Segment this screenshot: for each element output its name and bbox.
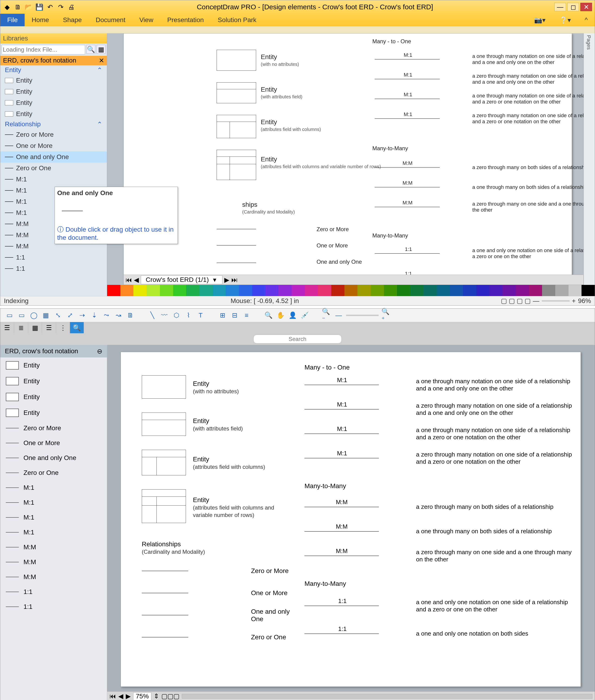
palette-swatch[interactable] (542, 285, 555, 296)
shape-one-and-only-one[interactable]: One and only One (0, 152, 107, 163)
shape-zero-or-one[interactable]: Zero or One (0, 465, 107, 480)
connector-4-icon[interactable]: ⇣ (89, 311, 99, 320)
oo-line-2[interactable] (305, 634, 379, 634)
rel-one-only-line[interactable] (217, 263, 256, 263)
tab-view[interactable]: View (132, 14, 160, 26)
shape-zero-or-one[interactable]: Zero or One (0, 163, 107, 174)
nav-prev-icon[interactable]: ◀ (118, 692, 123, 700)
library-view-icon[interactable]: ▦ (97, 45, 106, 54)
shape-11-b[interactable]: 1:1 (0, 263, 107, 274)
qat-open-icon[interactable]: 📂 (24, 3, 33, 11)
group-tool-icon[interactable]: ⊞ (218, 311, 227, 320)
shape-entity-1[interactable]: Entity (0, 75, 107, 86)
shape-zero-or-more[interactable]: Zero or More (0, 421, 107, 436)
rel-zero-or-more-line[interactable] (142, 571, 188, 571)
palette-swatch[interactable] (305, 285, 318, 296)
tab-menu-icon[interactable]: ☰ (42, 322, 56, 333)
maximize-button[interactable]: ◻ (567, 3, 579, 11)
zoom-slider[interactable] (542, 300, 570, 302)
palette-swatch[interactable] (107, 285, 120, 296)
shape-one-and-only-one[interactable]: One and only One (0, 451, 107, 465)
palette-swatch[interactable] (423, 285, 437, 296)
qat-new-icon[interactable]: 🗎 (14, 3, 22, 11)
entity-box-1[interactable] (142, 375, 186, 399)
palette-swatch[interactable] (397, 285, 410, 296)
view-mode-icons[interactable]: ▢ ▢ ▢ ▢ (501, 297, 530, 305)
palette-swatch[interactable] (331, 285, 344, 296)
palette-swatch[interactable] (134, 285, 147, 296)
ungroup-tool-icon[interactable]: ⊟ (230, 311, 239, 320)
palette-swatch[interactable] (529, 285, 542, 296)
tab-document[interactable]: Document (89, 14, 133, 26)
tab-grid-icon[interactable]: ▦ (28, 322, 42, 333)
nav-last-icon[interactable]: ⏭ (231, 276, 238, 284)
rel-zero-or-more-line[interactable] (217, 229, 256, 229)
entity-box-4[interactable] (142, 489, 186, 523)
shape-entity-2[interactable]: Entity (0, 373, 107, 389)
mm-line-2[interactable] (375, 187, 440, 187)
nav-prev-icon[interactable]: ◀ (134, 276, 139, 284)
entity-box-3[interactable] (217, 115, 256, 138)
zoom-slider[interactable] (346, 315, 378, 316)
ribbon-help-icon[interactable]: 📷▾ (527, 14, 552, 26)
palette-swatch[interactable] (318, 285, 331, 296)
shape-m1-a[interactable]: M:1 (0, 480, 107, 495)
shape-m1-c[interactable]: M:1 (0, 510, 107, 525)
shape-entity-1[interactable]: Entity (0, 357, 107, 373)
palette-swatch[interactable] (239, 285, 252, 296)
palette-swatch[interactable] (489, 285, 503, 296)
mm-line-3[interactable] (305, 556, 379, 556)
drawing-canvas[interactable]: Many - to - One Entity(with no attribute… (107, 33, 595, 296)
shape-entity-4[interactable]: Entity (0, 108, 107, 119)
palette-swatch[interactable] (555, 285, 568, 296)
qat-print-icon[interactable]: 🖨 (67, 3, 76, 11)
palette-swatch[interactable] (213, 285, 226, 296)
palette-swatch[interactable] (410, 285, 423, 296)
connector-5-icon[interactable]: ⤳ (102, 311, 111, 320)
shape-zero-or-more[interactable]: Zero or More (0, 129, 107, 140)
palette-swatch[interactable] (503, 285, 516, 296)
palette-swatch[interactable] (568, 285, 582, 296)
palette-swatch[interactable] (292, 285, 305, 296)
library-search-input[interactable] (2, 45, 85, 54)
document-page[interactable]: Many - to - One Entity(with no attribute… (121, 352, 581, 687)
zoom-value[interactable]: 75% (133, 692, 151, 700)
user-tool-icon[interactable]: 👤 (288, 311, 297, 320)
line-tool-icon[interactable]: ╲ (148, 311, 157, 320)
palette-swatch[interactable] (437, 285, 450, 296)
library-section-relationship[interactable]: Relationship⌃ (0, 119, 107, 129)
m1-line-1[interactable] (305, 385, 379, 385)
shape-11-a[interactable]: 1:1 (0, 585, 107, 599)
tab-libraries-icon[interactable]: ☰ (0, 322, 14, 333)
shape-mm-c[interactable]: M:M (0, 569, 107, 585)
shape-11-b[interactable]: 1:1 (0, 599, 107, 614)
mm-line-1[interactable] (305, 507, 379, 507)
eyedropper-icon[interactable]: 💉 (300, 311, 309, 320)
palette-swatch[interactable] (450, 285, 463, 296)
ribbon-collapse-icon[interactable]: ^ (578, 14, 595, 26)
m1-line-1[interactable] (375, 59, 440, 59)
minimize-button[interactable]: — (554, 3, 566, 11)
tab-layers-icon[interactable]: ≣ (14, 322, 28, 333)
palette-swatch[interactable] (358, 285, 371, 296)
shape-mm-a[interactable]: M:M (0, 540, 107, 555)
search-icon[interactable]: 🔍 (86, 45, 95, 54)
shape-m1-d[interactable]: M:1 (0, 525, 107, 540)
library-section-entity[interactable]: Entity⌃ (0, 65, 107, 75)
align-tool-icon[interactable]: ≡ (242, 311, 251, 320)
entity-box-2[interactable] (217, 82, 256, 103)
mm-line-2[interactable] (305, 531, 379, 532)
entity-box-4[interactable] (217, 150, 256, 180)
pan-tool-icon[interactable]: ✋ (276, 311, 285, 320)
palette-swatch[interactable] (120, 285, 134, 296)
shape-entity-4[interactable]: Entity (0, 405, 107, 421)
horizontal-scrollbar[interactable] (182, 694, 592, 699)
rel-zero-or-one-line[interactable] (142, 637, 188, 638)
shape-one-or-more[interactable]: One or More (0, 436, 107, 451)
m1-line-2[interactable] (375, 79, 440, 79)
palette-swatch[interactable] (463, 285, 476, 296)
zoom-in-icon[interactable]: 🔍 (264, 311, 273, 320)
ellipse-tool-icon[interactable]: ◯ (29, 311, 38, 320)
shape-entity-3[interactable]: Entity (0, 97, 107, 108)
connector-2-icon[interactable]: ⤢ (65, 311, 75, 320)
